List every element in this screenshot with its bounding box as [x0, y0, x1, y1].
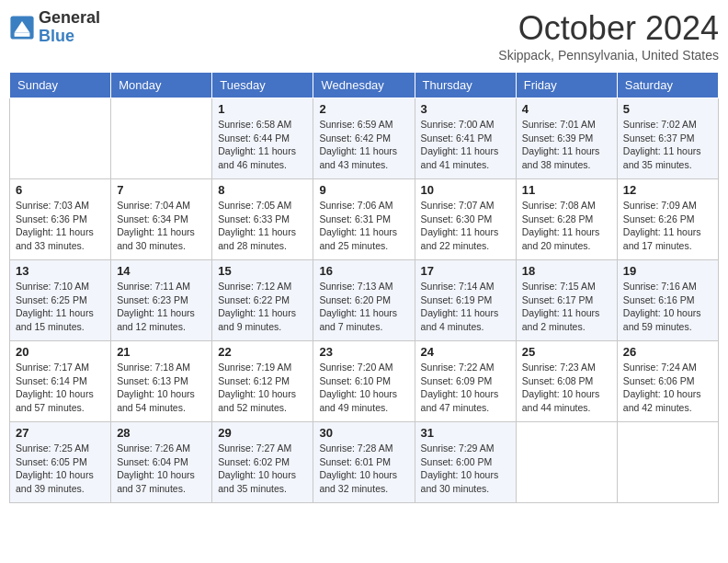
calendar-cell: 25Sunrise: 7:23 AMSunset: 6:08 PMDayligh… [516, 341, 617, 422]
day-info: Sunrise: 7:23 AMSunset: 6:08 PMDaylight:… [522, 361, 611, 415]
day-number: 2 [319, 102, 408, 116]
calendar-cell: 23Sunrise: 7:20 AMSunset: 6:10 PMDayligh… [313, 341, 415, 422]
day-number: 23 [319, 345, 408, 359]
location: Skippack, Pennsylvania, United States [498, 48, 719, 63]
day-number: 11 [522, 183, 611, 197]
calendar-cell: 31Sunrise: 7:29 AMSunset: 6:00 PMDayligh… [415, 422, 516, 503]
calendar-row: 20Sunrise: 7:17 AMSunset: 6:14 PMDayligh… [10, 341, 719, 422]
day-info: Sunrise: 7:25 AMSunset: 6:05 PMDaylight:… [16, 442, 105, 496]
calendar-cell: 30Sunrise: 7:28 AMSunset: 6:01 PMDayligh… [313, 422, 415, 503]
day-info: Sunrise: 7:22 AMSunset: 6:09 PMDaylight:… [421, 361, 510, 415]
day-number: 31 [421, 426, 510, 440]
calendar-cell [10, 98, 111, 179]
day-number: 28 [117, 426, 206, 440]
calendar-cell: 15Sunrise: 7:12 AMSunset: 6:22 PMDayligh… [212, 260, 313, 341]
calendar-cell: 29Sunrise: 7:27 AMSunset: 6:02 PMDayligh… [212, 422, 313, 503]
weekday-header: Monday [111, 73, 212, 98]
calendar-cell: 4Sunrise: 7:01 AMSunset: 6:39 PMDaylight… [516, 98, 617, 179]
day-info: Sunrise: 7:04 AMSunset: 6:34 PMDaylight:… [117, 199, 206, 253]
svg-rect-2 [15, 32, 30, 36]
weekday-header: Friday [516, 73, 617, 98]
day-info: Sunrise: 7:13 AMSunset: 6:20 PMDaylight:… [319, 280, 408, 334]
day-number: 18 [522, 264, 611, 278]
day-info: Sunrise: 7:19 AMSunset: 6:12 PMDaylight:… [218, 361, 307, 415]
calendar-cell: 26Sunrise: 7:24 AMSunset: 6:06 PMDayligh… [617, 341, 718, 422]
calendar-row: 13Sunrise: 7:10 AMSunset: 6:25 PMDayligh… [10, 260, 719, 341]
day-number: 4 [522, 102, 611, 116]
day-info: Sunrise: 7:06 AMSunset: 6:31 PMDaylight:… [319, 199, 408, 253]
day-number: 13 [16, 264, 105, 278]
day-info: Sunrise: 7:24 AMSunset: 6:06 PMDaylight:… [623, 361, 712, 415]
day-number: 5 [623, 102, 712, 116]
day-number: 21 [117, 345, 206, 359]
weekday-header: Thursday [415, 73, 516, 98]
weekday-header: Sunday [10, 73, 111, 98]
logo-text: General Blue [39, 9, 100, 46]
calendar-cell: 3Sunrise: 7:00 AMSunset: 6:41 PMDaylight… [415, 98, 516, 179]
day-number: 1 [218, 102, 307, 116]
calendar-cell [617, 422, 718, 503]
day-number: 6 [16, 183, 105, 197]
calendar-row: 1Sunrise: 6:58 AMSunset: 6:44 PMDaylight… [10, 98, 719, 179]
day-info: Sunrise: 7:20 AMSunset: 6:10 PMDaylight:… [319, 361, 408, 415]
calendar-cell: 19Sunrise: 7:16 AMSunset: 6:16 PMDayligh… [617, 260, 718, 341]
day-info: Sunrise: 7:29 AMSunset: 6:00 PMDaylight:… [421, 442, 510, 496]
day-info: Sunrise: 7:16 AMSunset: 6:16 PMDaylight:… [623, 280, 712, 334]
day-info: Sunrise: 7:01 AMSunset: 6:39 PMDaylight:… [522, 118, 611, 172]
weekday-header: Tuesday [212, 73, 313, 98]
day-number: 14 [117, 264, 206, 278]
day-info: Sunrise: 7:26 AMSunset: 6:04 PMDaylight:… [117, 442, 206, 496]
weekday-header-row: SundayMondayTuesdayWednesdayThursdayFrid… [10, 73, 719, 98]
calendar-cell [111, 98, 212, 179]
day-info: Sunrise: 7:18 AMSunset: 6:13 PMDaylight:… [117, 361, 206, 415]
day-info: Sunrise: 6:59 AMSunset: 6:42 PMDaylight:… [319, 118, 408, 172]
calendar-cell: 12Sunrise: 7:09 AMSunset: 6:26 PMDayligh… [617, 179, 718, 260]
day-number: 26 [623, 345, 712, 359]
day-number: 22 [218, 345, 307, 359]
day-number: 29 [218, 426, 307, 440]
calendar-cell: 6Sunrise: 7:03 AMSunset: 6:36 PMDaylight… [10, 179, 111, 260]
calendar-cell: 21Sunrise: 7:18 AMSunset: 6:13 PMDayligh… [111, 341, 212, 422]
day-number: 27 [16, 426, 105, 440]
day-info: Sunrise: 7:02 AMSunset: 6:37 PMDaylight:… [623, 118, 712, 172]
day-info: Sunrise: 7:11 AMSunset: 6:23 PMDaylight:… [117, 280, 206, 334]
calendar-cell: 17Sunrise: 7:14 AMSunset: 6:19 PMDayligh… [415, 260, 516, 341]
day-info: Sunrise: 7:17 AMSunset: 6:14 PMDaylight:… [16, 361, 105, 415]
day-info: Sunrise: 7:03 AMSunset: 6:36 PMDaylight:… [16, 199, 105, 253]
day-number: 9 [319, 183, 408, 197]
day-number: 15 [218, 264, 307, 278]
calendar-cell: 22Sunrise: 7:19 AMSunset: 6:12 PMDayligh… [212, 341, 313, 422]
day-number: 17 [421, 264, 510, 278]
calendar-cell: 28Sunrise: 7:26 AMSunset: 6:04 PMDayligh… [111, 422, 212, 503]
day-info: Sunrise: 7:15 AMSunset: 6:17 PMDaylight:… [522, 280, 611, 334]
logo-icon [9, 15, 35, 40]
day-number: 8 [218, 183, 307, 197]
calendar-cell: 9Sunrise: 7:06 AMSunset: 6:31 PMDaylight… [313, 179, 415, 260]
weekday-header: Saturday [617, 73, 718, 98]
day-info: Sunrise: 7:08 AMSunset: 6:28 PMDaylight:… [522, 199, 611, 253]
day-number: 19 [623, 264, 712, 278]
day-info: Sunrise: 7:09 AMSunset: 6:26 PMDaylight:… [623, 199, 712, 253]
day-info: Sunrise: 7:10 AMSunset: 6:25 PMDaylight:… [16, 280, 105, 334]
day-number: 12 [623, 183, 712, 197]
month-title: October 2024 [498, 9, 719, 48]
day-number: 24 [421, 345, 510, 359]
weekday-header: Wednesday [313, 73, 415, 98]
calendar-cell [516, 422, 617, 503]
day-info: Sunrise: 7:00 AMSunset: 6:41 PMDaylight:… [421, 118, 510, 172]
page-header: General Blue October 2024 Skippack, Penn… [9, 9, 719, 63]
calendar-cell: 27Sunrise: 7:25 AMSunset: 6:05 PMDayligh… [10, 422, 111, 503]
calendar-cell: 5Sunrise: 7:02 AMSunset: 6:37 PMDaylight… [617, 98, 718, 179]
day-info: Sunrise: 7:05 AMSunset: 6:33 PMDaylight:… [218, 199, 307, 253]
calendar-row: 6Sunrise: 7:03 AMSunset: 6:36 PMDaylight… [10, 179, 719, 260]
day-info: Sunrise: 7:07 AMSunset: 6:30 PMDaylight:… [421, 199, 510, 253]
logo-blue: Blue [39, 27, 74, 45]
day-number: 10 [421, 183, 510, 197]
day-info: Sunrise: 7:28 AMSunset: 6:01 PMDaylight:… [319, 442, 408, 496]
calendar-cell: 24Sunrise: 7:22 AMSunset: 6:09 PMDayligh… [415, 341, 516, 422]
calendar-table: SundayMondayTuesdayWednesdayThursdayFrid… [9, 72, 719, 503]
logo: General Blue [9, 9, 100, 46]
day-number: 25 [522, 345, 611, 359]
day-number: 20 [16, 345, 105, 359]
calendar-cell: 7Sunrise: 7:04 AMSunset: 6:34 PMDaylight… [111, 179, 212, 260]
